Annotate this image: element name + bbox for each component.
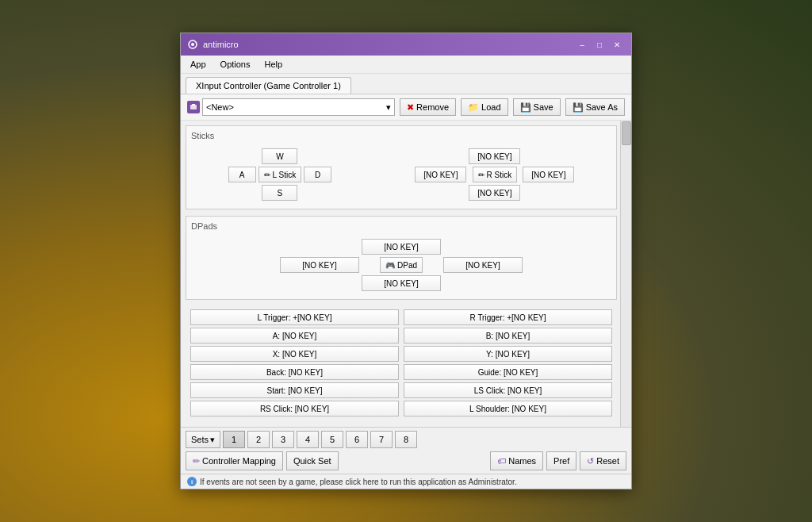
lstick-down-button[interactable]: S xyxy=(262,185,297,201)
save-as-button[interactable]: 💾 Save As xyxy=(565,98,625,116)
tab-bar: XInput Controller (Game Controller 1) xyxy=(181,74,631,94)
remove-icon: ✖ xyxy=(407,102,414,113)
names-icon: 🏷 xyxy=(497,456,506,466)
mappings-section: L Trigger: +[NO KEY] R Trigger: +[NO KEY… xyxy=(186,306,617,422)
b-button[interactable]: B: [NO KEY] xyxy=(404,328,612,344)
start-button[interactable]: Start: [NO KEY] xyxy=(190,382,399,398)
names-button[interactable]: 🏷 Names xyxy=(490,451,543,470)
l-shoulder-button[interactable]: L Shoulder: [NO KEY] xyxy=(404,401,612,416)
dpad-left-button[interactable]: [NO KEY] xyxy=(280,257,359,273)
minimize-button[interactable]: – xyxy=(574,37,590,52)
guide-button[interactable]: Guide: [NO KEY] xyxy=(404,364,612,380)
rstick-icon: ✏ xyxy=(478,171,485,179)
reset-button[interactable]: ↺ Reset xyxy=(580,451,626,470)
lstick-right-button[interactable]: D xyxy=(304,167,331,182)
save-button[interactable]: 💾 Save xyxy=(513,98,561,116)
action-row: ✏ Controller Mapping Quick Set 🏷 Names P… xyxy=(186,451,626,470)
lstick-icon: ✏ xyxy=(264,171,270,179)
status-bar[interactable]: i If events are not seen by a game, plea… xyxy=(181,474,631,489)
pref-button[interactable]: Pref xyxy=(546,451,576,470)
sets-row: Sets ▾ 1 2 3 4 5 6 7 8 xyxy=(186,431,626,448)
rs-click-button[interactable]: RS Click: [NO KEY] xyxy=(190,401,399,416)
set-3-button[interactable]: 3 xyxy=(272,431,294,448)
load-button[interactable]: 📁 Load xyxy=(461,98,508,116)
dpad-label: DPad xyxy=(397,261,417,270)
r-trigger-button[interactable]: R Trigger: +[NO KEY] xyxy=(404,309,612,325)
set-7-button[interactable]: 7 xyxy=(370,431,393,448)
dpad-down-button[interactable]: [NO KEY] xyxy=(362,275,441,291)
profile-dropdown[interactable]: <New> ▾ xyxy=(202,98,395,116)
rstick-center-button[interactable]: ✏ R Stick xyxy=(473,167,518,182)
dropdown-arrow-icon: ▾ xyxy=(386,102,391,113)
set-8-button[interactable]: 8 xyxy=(395,431,417,448)
remove-button[interactable]: ✖ Remove xyxy=(400,98,456,116)
dpad-center-button[interactable]: 🎮 DPad xyxy=(380,257,423,273)
sets-button[interactable]: Sets ▾ xyxy=(186,431,220,448)
l-trigger-button[interactable]: L Trigger: +[NO KEY] xyxy=(190,309,399,325)
remove-label: Remove xyxy=(416,102,449,112)
quick-set-label: Quick Set xyxy=(293,456,331,466)
status-message: If events are not seen by a game, please… xyxy=(200,478,517,486)
rstick-left-button[interactable]: [NO KEY] xyxy=(415,167,466,182)
right-stick-control: [NO KEY] [NO KEY] ✏ R Stick [NO KEY] [NO… xyxy=(415,148,574,201)
menu-options[interactable]: Options xyxy=(214,58,257,71)
save-label: Save xyxy=(534,102,553,112)
dpad-control: [NO KEY] [NO KEY] 🎮 DPad [NO KEY] [NO KE… xyxy=(280,239,523,291)
svg-point-1 xyxy=(191,43,194,46)
save-as-icon: 💾 xyxy=(573,102,584,113)
rstick-right-button[interactable]: [NO KEY] xyxy=(523,167,574,182)
lstick-center-button[interactable]: ✏ L Stick xyxy=(259,167,302,182)
menu-app[interactable]: App xyxy=(184,58,213,71)
rstick-up-button[interactable]: [NO KEY] xyxy=(469,148,520,164)
scroll-container[interactable]: Sticks W A ✏ L Stick D xyxy=(181,121,631,427)
menu-help[interactable]: Help xyxy=(259,58,289,71)
dpads-section: DPads [NO KEY] [NO KEY] 🎮 DPad [NO KEY] xyxy=(186,216,617,300)
x-button[interactable]: X: [NO KEY] xyxy=(190,346,399,362)
profile-value: <New> xyxy=(206,102,234,112)
ls-click-button[interactable]: LS Click: [NO KEY] xyxy=(404,382,612,398)
sticks-title: Sticks xyxy=(191,131,611,140)
mapping-row-0: L Trigger: +[NO KEY] R Trigger: +[NO KEY… xyxy=(190,309,612,325)
scrollbar-thumb[interactable] xyxy=(622,121,631,145)
back-button[interactable]: Back: [NO KEY] xyxy=(190,364,399,380)
dpads-title: DPads xyxy=(191,221,611,231)
a-button[interactable]: A: [NO KEY] xyxy=(190,328,399,344)
y-button[interactable]: Y: [NO KEY] xyxy=(404,346,612,362)
maximize-button[interactable]: □ xyxy=(592,37,607,52)
bottom-bar: Sets ▾ 1 2 3 4 5 6 7 8 ✏ Controller Mapp… xyxy=(181,427,631,474)
sets-arrow-icon: ▾ xyxy=(210,435,215,445)
dpad-up-button[interactable]: [NO KEY] xyxy=(362,239,441,255)
set-1-button[interactable]: 1 xyxy=(223,431,245,448)
names-label: Names xyxy=(508,456,536,466)
rstick-down-button[interactable]: [NO KEY] xyxy=(469,185,520,201)
close-button[interactable]: ✕ xyxy=(609,37,625,52)
lstick-left-button[interactable]: A xyxy=(228,167,256,182)
quick-set-button[interactable]: Quick Set xyxy=(286,451,339,470)
scrollbar[interactable] xyxy=(620,121,631,427)
tab-xinput[interactable]: XInput Controller (Game Controller 1) xyxy=(186,77,351,94)
app-icon xyxy=(187,39,198,50)
set-2-button[interactable]: 2 xyxy=(247,431,270,448)
sets-label: Sets xyxy=(191,435,209,444)
set-6-button[interactable]: 6 xyxy=(346,431,368,448)
save-icon: 💾 xyxy=(520,102,531,113)
set-5-button[interactable]: 5 xyxy=(321,431,343,448)
dpad-right-button[interactable]: [NO KEY] xyxy=(443,257,523,273)
profile-icon xyxy=(187,101,200,113)
mapping-row-2: X: [NO KEY] Y: [NO KEY] xyxy=(190,346,612,362)
lstick-label: L Stick xyxy=(273,171,297,179)
content-area: Sticks W A ✏ L Stick D xyxy=(181,121,631,427)
main-window: antimicro – □ ✕ App Options Help XInput … xyxy=(180,33,632,489)
menu-bar: App Options Help xyxy=(181,56,631,74)
reset-icon: ↺ xyxy=(587,456,594,466)
left-stick-control: W A ✏ L Stick D S xyxy=(228,148,332,201)
lstick-up-button[interactable]: W xyxy=(262,148,297,164)
sticks-grid: W A ✏ L Stick D S xyxy=(191,145,611,204)
title-bar: antimicro – □ ✕ xyxy=(181,33,631,56)
controller-mapping-button[interactable]: ✏ Controller Mapping xyxy=(186,451,283,470)
sticks-section: Sticks W A ✏ L Stick D xyxy=(186,125,617,209)
dpads-grid: [NO KEY] [NO KEY] 🎮 DPad [NO KEY] [NO KE… xyxy=(191,236,611,294)
toolbar: <New> ▾ ✖ Remove 📁 Load 💾 Save 💾 Save As xyxy=(181,94,631,121)
window-title: antimicro xyxy=(203,40,574,49)
set-4-button[interactable]: 4 xyxy=(297,431,319,448)
